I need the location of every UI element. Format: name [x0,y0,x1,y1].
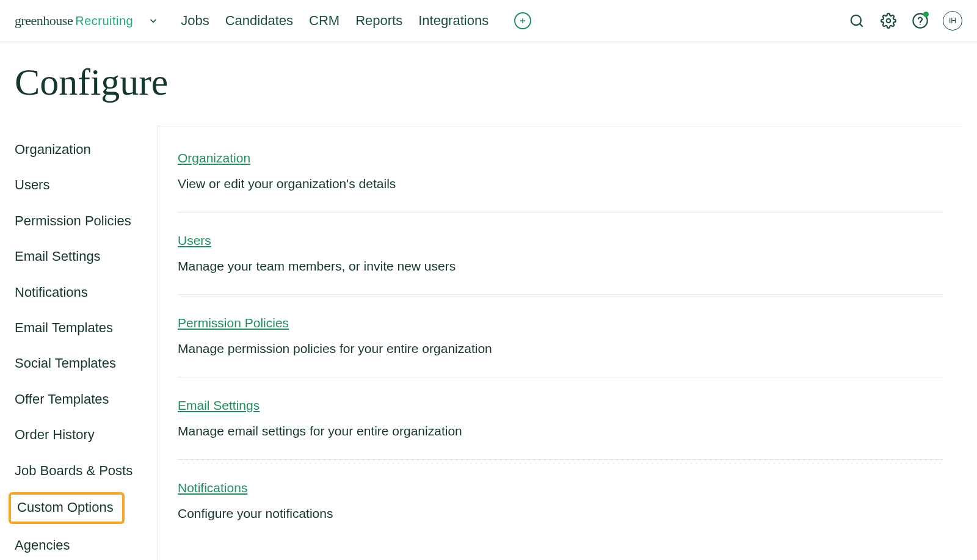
sidebar-item-permission-policies[interactable]: Permission Policies [15,203,158,239]
sidebar-item-email-settings[interactable]: Email Settings [15,239,158,274]
gear-icon[interactable] [879,12,898,30]
search-icon[interactable] [848,12,866,30]
product-switcher-chevron-icon[interactable] [148,15,159,26]
main-panel: Organization View or edit your organizat… [158,126,962,560]
header-right: IH [848,11,962,31]
nav-jobs[interactable]: Jobs [181,13,209,29]
body-row: Organization Users Permission Policies E… [0,126,977,560]
sidebar: Organization Users Permission Policies E… [0,126,158,560]
sidebar-item-notifications[interactable]: Notifications [15,275,158,310]
avatar[interactable]: IH [943,11,962,31]
nav-integrations[interactable]: Integrations [418,13,488,29]
svg-point-4 [887,19,891,23]
sidebar-item-order-history[interactable]: Order History [15,417,158,453]
primary-nav: Jobs Candidates CRM Reports Integrations [181,13,488,29]
add-button[interactable] [514,12,531,29]
top-header: greenhouse Recruiting Jobs Candidates CR… [0,0,977,42]
notification-dot [923,12,929,17]
config-item-permission-policies: Permission Policies Manage permission po… [178,316,943,377]
svg-point-6 [920,24,921,25]
config-item-organization: Organization View or edit your organizat… [178,151,943,213]
help-icon[interactable] [911,12,929,30]
logo-text-recruiting: Recruiting [75,14,133,28]
config-desc-organization: View or edit your organization's details [178,176,943,191]
sidebar-item-offer-templates[interactable]: Offer Templates [15,382,158,417]
config-item-notifications: Notifications Configure your notificatio… [178,481,943,542]
logo[interactable]: greenhouse Recruiting [15,13,133,29]
config-link-organization[interactable]: Organization [178,151,250,165]
nav-candidates[interactable]: Candidates [225,13,293,29]
config-link-notifications[interactable]: Notifications [178,481,247,495]
logo-text-greenhouse: greenhouse [15,13,73,29]
sidebar-item-job-boards-posts[interactable]: Job Boards & Posts [15,453,158,489]
config-item-users: Users Manage your team members, or invit… [178,233,943,295]
config-desc-permission-policies: Manage permission policies for your enti… [178,341,943,356]
config-link-email-settings[interactable]: Email Settings [178,398,260,412]
svg-line-3 [860,24,863,27]
sidebar-item-organization[interactable]: Organization [15,132,158,167]
sidebar-item-custom-options[interactable]: Custom Options [9,492,125,524]
svg-point-2 [851,15,861,25]
avatar-initials: IH [949,16,956,25]
config-desc-notifications: Configure your notifications [178,506,943,521]
nav-reports[interactable]: Reports [355,13,402,29]
config-item-email-settings: Email Settings Manage email settings for… [178,398,943,460]
sidebar-item-users[interactable]: Users [15,167,158,203]
config-link-permission-policies[interactable]: Permission Policies [178,316,289,330]
config-desc-users: Manage your team members, or invite new … [178,259,943,274]
nav-crm[interactable]: CRM [309,13,340,29]
page-title: Configure [0,42,977,126]
sidebar-item-email-templates[interactable]: Email Templates [15,310,158,346]
sidebar-item-agencies[interactable]: Agencies [15,528,158,560]
config-link-users[interactable]: Users [178,233,211,247]
sidebar-item-social-templates[interactable]: Social Templates [15,346,158,381]
config-desc-email-settings: Manage email settings for your entire or… [178,424,943,438]
